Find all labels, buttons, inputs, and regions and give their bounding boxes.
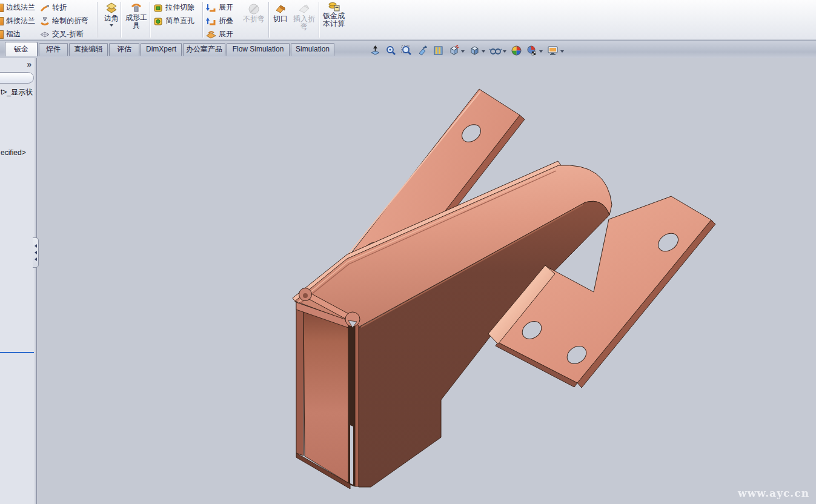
- sheet-metal-costing-label: 钣金成本计算: [321, 12, 347, 28]
- ribbon-separator: [97, 2, 98, 38]
- hide-show-items-icon[interactable]: [489, 45, 506, 56]
- fold-icon: [206, 16, 216, 26]
- simple-hole-button[interactable]: 简单直孔: [153, 15, 194, 27]
- normal-to-icon[interactable]: [370, 45, 381, 56]
- insert-bends-button: 插入折弯: [291, 3, 317, 31]
- collapse-arrow-icon: [35, 244, 37, 248]
- tree-item-display-state[interactable]: t>_显示状: [1, 87, 36, 98]
- tab-evaluate[interactable]: 评估: [109, 43, 139, 56]
- jog-label: 转折: [52, 2, 67, 13]
- simple-hole-label: 简单直孔: [165, 16, 194, 26]
- tree-header-pill[interactable]: [0, 72, 34, 84]
- ribbon-separator: [268, 2, 269, 38]
- unfold-label: 展开: [219, 2, 233, 13]
- rip-button[interactable]: 切口: [271, 3, 290, 23]
- sheet-metal-part[interactable]: [0, 58, 816, 504]
- forming-tool-label: 成形工具: [124, 14, 148, 30]
- cross-break-icon: [40, 30, 50, 39]
- display-style-icon[interactable]: [469, 45, 485, 56]
- tab-label: DimXpert: [146, 45, 176, 53]
- tab-label: 焊件: [46, 45, 61, 53]
- no-bends-button: 不折弯: [240, 3, 268, 23]
- insert-bends-icon: [298, 3, 310, 15]
- left-hem-face[interactable]: [304, 306, 350, 484]
- watermark: www.ayc.cn: [738, 487, 809, 499]
- no-bends-label: 不折弯: [243, 15, 265, 23]
- insert-bends-label: 插入折弯: [291, 15, 317, 31]
- extruded-cut-button[interactable]: 拉伸切除: [153, 1, 194, 14]
- tab-sheet-metal[interactable]: 钣金: [5, 42, 38, 56]
- simple-hole-icon: [153, 16, 163, 26]
- zoom-to-fit-icon[interactable]: [385, 45, 397, 56]
- rip-gap-light-sliver: [350, 425, 353, 485]
- unfold-icon: [206, 3, 216, 13]
- feature-tree-panel[interactable]: » t>_显示状 ecified>: [0, 58, 37, 504]
- tab-label: 直接编辑: [74, 45, 103, 53]
- tab-label: 钣金: [14, 45, 28, 53]
- dropdown-arrow-icon[interactable]: [560, 50, 564, 53]
- zoom-to-area-icon[interactable]: [401, 45, 413, 56]
- corner-dropdown-icon[interactable]: [110, 24, 113, 27]
- apply-scene-icon[interactable]: [526, 45, 543, 56]
- view-orientation-icon[interactable]: [448, 45, 465, 56]
- edit-appearance-icon[interactable]: [511, 45, 522, 56]
- tab-label: 评估: [117, 45, 131, 53]
- part-geometry[interactable]: [293, 89, 715, 489]
- sketched-bend-label: 绘制的折弯: [52, 16, 88, 26]
- tab-office-products[interactable]: 办公室产品: [183, 43, 225, 56]
- forming-tool-icon: [130, 2, 143, 14]
- miter-flange-button[interactable]: 斜接法兰: [0, 15, 35, 27]
- panel-collapse-splitter[interactable]: [33, 237, 39, 268]
- extruded-cut-label: 拉伸切除: [165, 2, 194, 13]
- tree-item-material-not-specified[interactable]: ecified>: [1, 148, 36, 157]
- rip-icon: [274, 3, 287, 15]
- corner-label: 边角: [104, 15, 119, 22]
- flatten-button[interactable]: 展开: [206, 28, 233, 41]
- rip-label: 切口: [273, 15, 288, 23]
- hem-return-strip: [355, 323, 359, 486]
- collapse-arrow-icon: [35, 251, 37, 254]
- jog-icon: [40, 3, 50, 13]
- edge-flange-button[interactable]: 边线法兰: [0, 1, 35, 14]
- expand-panel-chevron[interactable]: »: [27, 59, 32, 69]
- hem-icon: [0, 30, 4, 39]
- sheet-metal-costing-icon: [328, 1, 340, 12]
- dropdown-arrow-icon[interactable]: [461, 50, 465, 53]
- tab-direct-editing[interactable]: 直接编辑: [69, 43, 108, 56]
- sketched-bend-button[interactable]: 绘制的折弯: [40, 15, 88, 27]
- tab-label: Simulation: [296, 45, 330, 53]
- graphics-area[interactable]: www.ayc.cn: [0, 58, 816, 504]
- fold-button[interactable]: 折叠: [206, 15, 233, 27]
- dropdown-arrow-icon[interactable]: [482, 50, 485, 53]
- dropdown-arrow-icon[interactable]: [539, 50, 543, 53]
- ribbon-separator: [150, 2, 150, 38]
- tab-flow-simulation[interactable]: Flow Simulation: [227, 43, 290, 56]
- hem-button[interactable]: 褶边: [0, 28, 21, 41]
- tab-dimxpert[interactable]: DimXpert: [141, 43, 182, 56]
- tab-label: 办公室产品: [186, 45, 222, 53]
- flatten-icon: [206, 30, 216, 39]
- edge-flange-label: 边线法兰: [6, 2, 35, 13]
- ribbon-separator: [202, 2, 203, 38]
- jog-button[interactable]: 转折: [40, 1, 67, 14]
- miter-flange-label: 斜接法兰: [6, 16, 35, 26]
- ribbon-separator: [121, 2, 121, 38]
- tab-simulation[interactable]: Simulation: [291, 43, 334, 56]
- collapse-arrow-icon: [35, 257, 37, 261]
- flatten-label: 展开: [219, 29, 233, 39]
- dropdown-arrow-icon[interactable]: [503, 50, 506, 53]
- forming-tool-button[interactable]: 成形工具: [123, 2, 150, 30]
- previous-view-icon[interactable]: [417, 45, 428, 56]
- left-side-strip: [296, 302, 304, 456]
- sheet-metal-costing-button[interactable]: 钣金成本计算: [320, 1, 347, 28]
- cross-break-label: 交叉-折断: [52, 29, 84, 39]
- tree-divider-line: [0, 352, 34, 353]
- commandmanager-ribbon: 边线法兰 斜接法兰 褶边 转折 绘制的折弯 交叉-折断 边角 成形工具 拉伸切除: [0, 0, 816, 40]
- cross-break-button[interactable]: 交叉-折断: [40, 28, 84, 41]
- tab-weldments[interactable]: 焊件: [39, 43, 68, 56]
- corner-button[interactable]: 边角: [100, 1, 123, 27]
- ribbon-separator: [319, 2, 319, 38]
- unfold-button[interactable]: 展开: [206, 1, 233, 14]
- view-settings-icon[interactable]: [547, 45, 564, 56]
- section-view-icon[interactable]: [433, 45, 444, 56]
